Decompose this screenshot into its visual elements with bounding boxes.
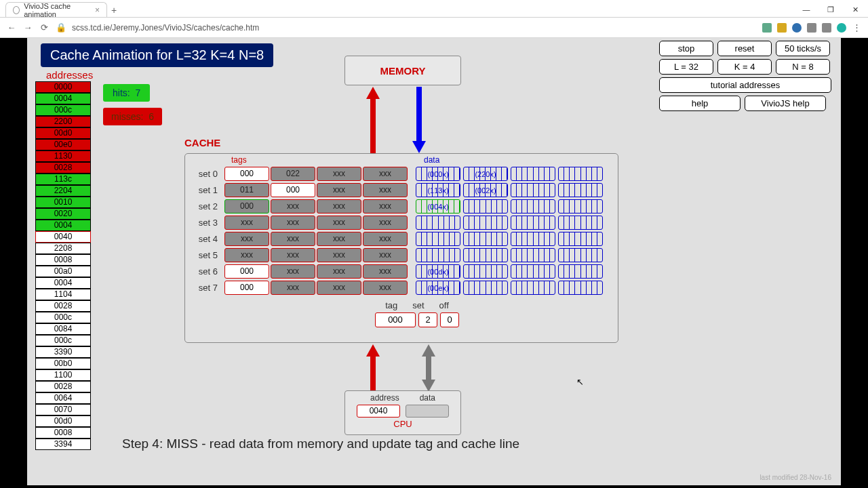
profile-icon[interactable]	[837, 23, 846, 33]
address-cell[interactable]: 0000	[35, 81, 91, 93]
address-cell[interactable]: 00d0	[35, 415, 91, 427]
cpu-box: address data 0040 CPU	[344, 390, 461, 435]
data-block	[511, 167, 555, 181]
tag-cell: 000	[224, 199, 269, 214]
window-maximize[interactable]: ❐	[819, 2, 842, 17]
data-block	[463, 216, 508, 230]
address-cell[interactable]: 0028	[35, 300, 91, 312]
address-cell[interactable]: 2204	[35, 185, 91, 197]
addresses-heading: addresses	[46, 69, 93, 81]
ext-icon[interactable]	[807, 23, 816, 33]
ext-icon[interactable]	[777, 23, 787, 33]
help-button[interactable]: help	[659, 96, 741, 111]
address-cell[interactable]: 113c	[35, 174, 91, 185]
ext-icon[interactable]	[762, 23, 772, 33]
address-cell[interactable]: 00b0	[35, 358, 91, 369]
set-label: set 5	[191, 250, 223, 260]
address-cell[interactable]: 000c	[35, 312, 91, 323]
speed-button[interactable]: 50 ticks/s	[776, 41, 830, 56]
lock-icon: 🔒	[56, 22, 65, 33]
address-cell[interactable]: 0070	[35, 404, 91, 415]
data-block	[463, 232, 508, 246]
address-cell[interactable]: 0004	[35, 93, 91, 104]
address-cell[interactable]: 0008	[35, 254, 91, 266]
address-cell[interactable]: 0020	[35, 208, 91, 220]
data-block	[463, 199, 508, 214]
cache-row: set 2000xxxxxxxxx(004x)	[191, 199, 603, 214]
address-cell[interactable]: 1130	[35, 150, 91, 162]
window-minimize[interactable]: —	[795, 2, 818, 17]
address-cell[interactable]: 0008	[35, 427, 91, 439]
address-cell[interactable]: 0028	[35, 162, 91, 174]
breakdown-off: 0	[440, 312, 459, 327]
address-cell[interactable]: 0040	[35, 231, 91, 243]
back-icon[interactable]: ←	[7, 22, 16, 33]
address-cell[interactable]: 2200	[35, 116, 91, 127]
tag-cell: xxx	[317, 232, 361, 246]
tag-cell: xxx	[363, 264, 408, 279]
data-block: (000x)	[416, 167, 460, 181]
tag-cell: xxx	[271, 264, 315, 279]
cache-row: set 6000xxxxxxxxx(00dx)	[191, 264, 603, 279]
set-label: set 4	[191, 234, 223, 244]
browser-tab[interactable]: VivioJS cache animation ×	[5, 2, 107, 17]
data-block	[463, 264, 508, 279]
cache-heading: CACHE	[184, 137, 220, 148]
data-block	[558, 264, 603, 279]
viviojs-help-button[interactable]: VivioJS help	[745, 96, 826, 111]
data-block	[558, 216, 603, 230]
set-label: set 2	[191, 201, 223, 211]
address-cell[interactable]: 3390	[35, 346, 91, 358]
address-cell[interactable]: 0010	[35, 197, 91, 208]
cpu-address: 0040	[357, 405, 400, 418]
param-k-button[interactable]: K = 4	[717, 59, 772, 75]
tutorial-button[interactable]: tutorial addresses	[659, 77, 831, 93]
address-cell[interactable]: 2208	[35, 243, 91, 254]
address-cell[interactable]: 000c	[35, 335, 91, 346]
puzzle-icon[interactable]	[822, 23, 831, 33]
tag-cell: xxx	[363, 183, 408, 197]
ext-icon[interactable]	[792, 23, 802, 33]
data-block	[511, 281, 555, 295]
cache-box: tags data set 0000022xxxxxx(000x)(220x)s…	[184, 153, 618, 343]
reset-button[interactable]: reset	[717, 41, 772, 56]
address-cell[interactable]: 1104	[35, 289, 91, 300]
data-block	[463, 281, 508, 295]
forward-icon[interactable]: →	[23, 22, 33, 33]
data-block	[511, 216, 555, 230]
address-cell[interactable]: 0004	[35, 220, 91, 231]
param-n-button[interactable]: N = 8	[776, 59, 830, 75]
tag-cell: xxx	[271, 199, 315, 214]
cache-row: set 4xxxxxxxxxxxx	[191, 231, 603, 247]
breakdown-tag: 000	[375, 312, 416, 327]
address-cell[interactable]: 0028	[35, 381, 91, 392]
address-cell[interactable]: 3394	[35, 439, 91, 450]
cache-row: set 1011000xxxxxx(113x)(002x)	[191, 182, 603, 198]
data-block	[416, 216, 460, 230]
address-cell[interactable]: 00d0	[35, 127, 91, 139]
param-l-button[interactable]: L = 32	[659, 59, 713, 75]
reload-icon[interactable]: ⟳	[39, 22, 49, 33]
address-cell[interactable]: 0084	[35, 323, 91, 335]
address-cell[interactable]: 000c	[35, 104, 91, 116]
data-block	[558, 199, 603, 214]
address-cell[interactable]: 00e0	[35, 139, 91, 150]
tag-cell: xxx	[363, 199, 408, 214]
address-cell[interactable]: 1100	[35, 369, 91, 381]
tag-cell: xxx	[363, 248, 408, 262]
address-cell[interactable]: 0004	[35, 277, 91, 289]
url-text[interactable]: scss.tcd.ie/Jeremy.Jones/VivioJS/caches/…	[72, 23, 755, 33]
tag-cell: xxx	[363, 232, 408, 246]
menu-icon[interactable]: ⋮	[852, 22, 861, 33]
address-cell[interactable]: 00a0	[35, 266, 91, 277]
last-modified: last modified 28-Nov-16	[760, 474, 831, 481]
tag-cell: xxx	[271, 281, 315, 295]
address-list: 00000004000c220000d000e011300028113c2204…	[35, 81, 91, 450]
new-tab-button[interactable]: +	[111, 5, 117, 17]
tab-title: VivioJS cache animation	[24, 2, 91, 18]
address-cell[interactable]: 0064	[35, 392, 91, 404]
set-label: set 1	[191, 185, 223, 195]
stop-button[interactable]: stop	[659, 41, 713, 56]
close-icon[interactable]: ×	[95, 5, 100, 15]
window-close[interactable]: ✕	[844, 2, 867, 17]
